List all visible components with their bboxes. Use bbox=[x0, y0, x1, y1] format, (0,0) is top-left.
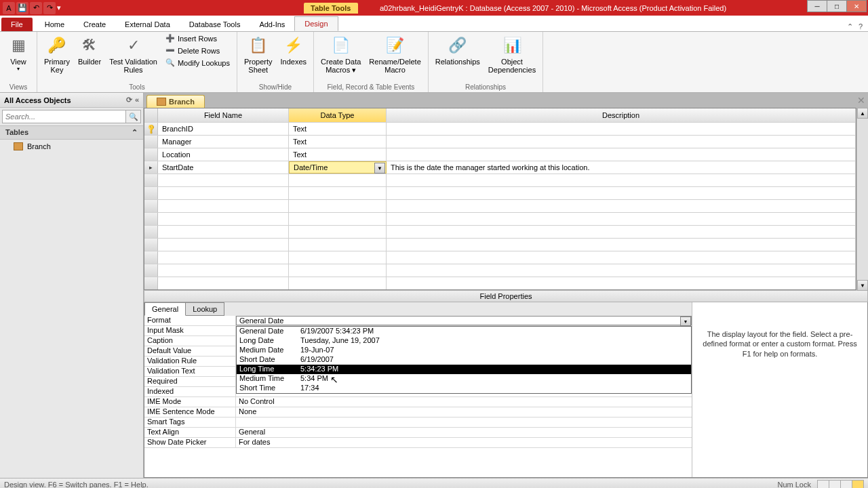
description-cell[interactable] bbox=[387, 251, 856, 264]
tab-home[interactable]: Home bbox=[35, 18, 74, 31]
description-cell[interactable] bbox=[387, 264, 856, 277]
search-button[interactable]: 🔍 bbox=[126, 110, 141, 123]
tab-file[interactable]: File bbox=[1, 18, 33, 31]
field-name-cell[interactable] bbox=[158, 200, 289, 212]
collapse-icon[interactable]: « bbox=[135, 96, 139, 104]
row-selector[interactable] bbox=[144, 213, 158, 225]
table-row[interactable] bbox=[144, 264, 856, 277]
data-type-cell[interactable] bbox=[289, 226, 387, 238]
table-row[interactable] bbox=[144, 238, 856, 251]
data-type-cell[interactable] bbox=[289, 264, 387, 277]
create-data-macros-button[interactable]: 📄Create Data Macros ▾ bbox=[318, 33, 363, 75]
data-type-cell[interactable] bbox=[289, 251, 387, 264]
property-row[interactable]: FormatGeneral Date▼ bbox=[144, 316, 692, 326]
description-cell[interactable] bbox=[387, 277, 856, 289]
nav-item-branch[interactable]: Branch bbox=[0, 140, 143, 153]
view-button[interactable]: ▦ View ▾ bbox=[4, 33, 33, 73]
row-selector[interactable] bbox=[144, 136, 158, 148]
property-sheet-button[interactable]: 📋Property Sheet bbox=[241, 33, 275, 75]
help-icon[interactable]: ? bbox=[859, 22, 863, 31]
property-value[interactable]: None bbox=[236, 407, 692, 417]
data-type-cell[interactable] bbox=[289, 187, 387, 199]
app-icon[interactable]: A bbox=[3, 2, 15, 14]
field-name-cell[interactable] bbox=[158, 239, 289, 251]
test-rules-button[interactable]: ✓Test Validation Rules bbox=[106, 33, 160, 75]
scroll-track[interactable] bbox=[857, 119, 868, 280]
field-name-cell[interactable]: StartDate bbox=[158, 161, 289, 174]
table-row[interactable] bbox=[144, 277, 856, 289]
redo-icon[interactable]: ↷ bbox=[43, 2, 56, 14]
table-row[interactable] bbox=[144, 212, 856, 225]
close-button[interactable]: ✕ bbox=[846, 0, 867, 12]
format-option[interactable]: Long Time5:34:23 PM bbox=[237, 365, 691, 374]
format-dropdown-button[interactable]: ▼ bbox=[680, 317, 691, 326]
relationships-button[interactable]: 🔗Relationships bbox=[433, 33, 483, 67]
table-row[interactable]: 🔑BranchIDText bbox=[144, 122, 856, 135]
row-selector[interactable] bbox=[144, 251, 158, 264]
qat-dropdown-icon[interactable]: ▾ bbox=[57, 3, 65, 12]
minimize-button[interactable]: ─ bbox=[807, 0, 827, 12]
property-row[interactable]: Smart Tags bbox=[144, 418, 692, 428]
field-name-cell[interactable] bbox=[158, 174, 289, 186]
description-cell[interactable] bbox=[387, 226, 856, 238]
property-value[interactable]: General bbox=[236, 428, 692, 437]
modify-lookups-button[interactable]: 🔍Modify Lookups bbox=[163, 58, 233, 68]
pivot-chart-view-button[interactable] bbox=[840, 480, 852, 488]
row-selector[interactable] bbox=[144, 187, 158, 199]
description-cell[interactable] bbox=[387, 123, 856, 135]
data-type-cell[interactable]: Text bbox=[289, 123, 387, 135]
refresh-icon[interactable]: ⟳ bbox=[126, 96, 132, 104]
close-tab-button[interactable]: ✕ bbox=[857, 95, 865, 106]
datatype-dropdown-button[interactable]: ▼ bbox=[374, 163, 385, 174]
format-option[interactable]: Short Time17:34 bbox=[237, 384, 691, 393]
tab-external-data[interactable]: External Data bbox=[115, 18, 180, 31]
header-field-name[interactable]: Field Name bbox=[158, 108, 289, 122]
table-row[interactable]: ▸StartDateDate/Time▼This is the date the… bbox=[144, 161, 856, 174]
tab-create[interactable]: Create bbox=[74, 18, 115, 31]
table-row[interactable] bbox=[144, 199, 856, 212]
undo-icon[interactable]: ↶ bbox=[30, 2, 42, 14]
description-cell[interactable] bbox=[387, 136, 856, 148]
nav-group-tables[interactable]: Tables⌃ bbox=[0, 125, 143, 140]
delete-rows-button[interactable]: ➖Delete Rows bbox=[163, 45, 233, 56]
table-row[interactable]: ManagerText bbox=[144, 135, 856, 148]
tab-add-ins[interactable]: Add-Ins bbox=[250, 18, 294, 31]
rename-delete-macro-button[interactable]: 📝Rename/Delete Macro bbox=[366, 33, 423, 75]
design-view-button[interactable] bbox=[852, 480, 864, 488]
description-cell[interactable] bbox=[387, 200, 856, 212]
minimize-ribbon-icon[interactable]: ⌃ bbox=[847, 22, 853, 31]
row-selector[interactable]: ▸ bbox=[144, 161, 158, 174]
format-option[interactable]: Short Date6/19/2007 bbox=[237, 355, 691, 365]
description-cell[interactable]: This is the date the manager started wor… bbox=[387, 161, 856, 174]
field-name-cell[interactable] bbox=[158, 251, 289, 264]
indexes-button[interactable]: ⚡Indexes bbox=[278, 33, 310, 67]
data-type-cell[interactable] bbox=[289, 277, 387, 289]
tab-general[interactable]: General bbox=[144, 302, 186, 316]
row-selector[interactable] bbox=[144, 239, 158, 251]
data-type-cell[interactable]: Date/Time▼ bbox=[289, 161, 387, 174]
property-row[interactable]: IME Sentence ModeNone bbox=[144, 407, 692, 418]
data-type-cell[interactable]: Text bbox=[289, 136, 387, 148]
field-name-cell[interactable] bbox=[158, 187, 289, 199]
data-type-cell[interactable] bbox=[289, 174, 387, 186]
table-row[interactable] bbox=[144, 251, 856, 264]
format-dropdown[interactable]: General Date6/19/2007 5:34:23 PMLong Dat… bbox=[236, 326, 692, 394]
primary-key-button[interactable]: 🔑Primary Key bbox=[41, 33, 73, 75]
field-name-cell[interactable] bbox=[158, 277, 289, 289]
description-cell[interactable] bbox=[387, 213, 856, 225]
row-selector[interactable] bbox=[144, 226, 158, 238]
property-row[interactable]: Show Date PickerFor dates bbox=[144, 438, 692, 448]
header-data-type[interactable]: Data Type bbox=[289, 108, 387, 122]
data-type-cell[interactable] bbox=[289, 200, 387, 212]
doc-tab-branch[interactable]: Branch bbox=[146, 95, 205, 108]
data-type-cell[interactable] bbox=[289, 239, 387, 251]
field-name-cell[interactable]: BranchID bbox=[158, 123, 289, 135]
scroll-down-icon[interactable]: ▼ bbox=[857, 280, 868, 291]
save-icon[interactable]: 💾 bbox=[16, 2, 28, 14]
scroll-up-icon[interactable]: ▲ bbox=[857, 108, 868, 119]
data-type-cell[interactable]: Text bbox=[289, 148, 387, 161]
field-name-cell[interactable] bbox=[158, 213, 289, 225]
pivot-table-view-button[interactable] bbox=[829, 480, 841, 488]
field-name-cell[interactable] bbox=[158, 264, 289, 277]
row-selector[interactable] bbox=[144, 200, 158, 212]
